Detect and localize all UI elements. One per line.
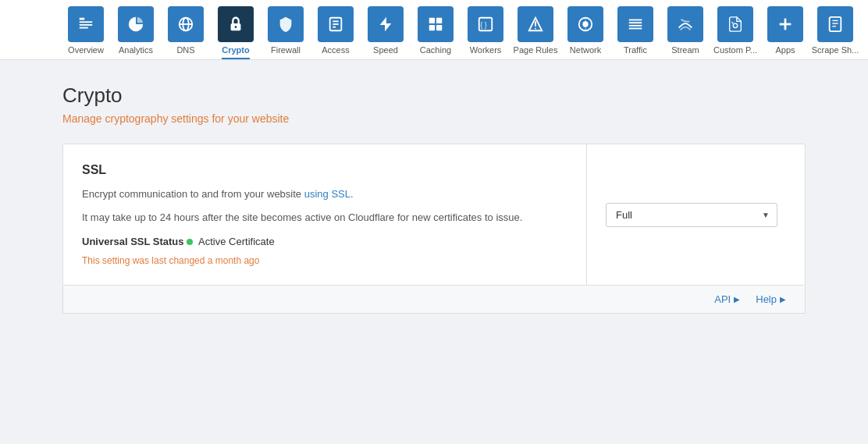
nav-item-stream[interactable]: Stream bbox=[662, 6, 709, 59]
nav-label-workers: Workers bbox=[470, 45, 502, 59]
page-subtitle: Manage cryptography settings for your we… bbox=[62, 112, 806, 125]
nav-label-dns: DNS bbox=[176, 45, 194, 59]
ssl-desc-text: Encrypt communication to and from your w… bbox=[82, 188, 304, 200]
nav-label-speed: Speed bbox=[373, 45, 398, 59]
svg-point-8 bbox=[235, 26, 237, 28]
svg-marker-13 bbox=[380, 17, 392, 31]
scrapeshield-icon bbox=[817, 6, 853, 42]
ssl-card: SSL Encrypt communication to and from yo… bbox=[62, 144, 806, 286]
ssl-title: SSL bbox=[82, 163, 567, 177]
nav-item-overview[interactable]: Overview bbox=[62, 6, 109, 59]
ssl-status-text: Active Certificate bbox=[198, 236, 275, 247]
nav-label-scrapeshield: Scrape Sh... bbox=[812, 45, 859, 59]
traffic-icon bbox=[617, 6, 653, 42]
api-link[interactable]: API ▶ bbox=[714, 293, 740, 305]
nav-item-caching[interactable]: Caching bbox=[412, 6, 459, 59]
svg-rect-0 bbox=[80, 18, 84, 20]
nav-label-apps: Apps bbox=[775, 45, 795, 59]
ssl-description: Encrypt communication to and from your w… bbox=[82, 186, 567, 202]
nav-item-traffic[interactable]: Traffic bbox=[612, 6, 659, 59]
nav-label-overview: Overview bbox=[68, 45, 104, 59]
svg-point-22 bbox=[535, 28, 536, 30]
ssl-mode-select[interactable]: Off Flexible Full Full (strict) bbox=[606, 203, 777, 227]
svg-rect-16 bbox=[429, 25, 435, 30]
ssl-link[interactable]: using SSL bbox=[304, 188, 350, 200]
crypto-icon bbox=[218, 6, 254, 42]
ssl-card-footer: API ▶ Help ▶ bbox=[62, 286, 806, 314]
firewall-icon bbox=[268, 6, 304, 42]
svg-rect-3 bbox=[80, 27, 88, 29]
top-navigation: Overview Analytics DNS Crypto Firewall bbox=[0, 0, 868, 60]
custompages-icon bbox=[717, 6, 753, 42]
svg-rect-14 bbox=[429, 18, 435, 23]
ssl-status-dot bbox=[187, 239, 193, 245]
nav-item-custompages[interactable]: Custom P... bbox=[712, 6, 759, 59]
speed-icon bbox=[368, 6, 404, 42]
analytics-icon bbox=[118, 6, 154, 42]
nav-label-crypto: Crypto bbox=[222, 45, 249, 59]
apps-icon bbox=[767, 6, 803, 42]
nav-item-crypto[interactable]: Crypto bbox=[212, 6, 259, 59]
api-label: API bbox=[714, 293, 731, 305]
access-icon bbox=[318, 6, 354, 42]
overview-icon bbox=[68, 6, 104, 42]
nav-item-analytics[interactable]: Analytics bbox=[112, 6, 159, 59]
nav-label-traffic: Traffic bbox=[624, 45, 647, 59]
help-label: Help bbox=[756, 293, 777, 305]
help-link[interactable]: Help ▶ bbox=[756, 293, 786, 305]
page-title: Crypto bbox=[62, 83, 806, 108]
svg-rect-17 bbox=[436, 25, 442, 30]
ssl-notice: It may take up to 24 hours after the sit… bbox=[82, 210, 567, 226]
nav-item-firewall[interactable]: Firewall bbox=[262, 6, 309, 59]
nav-item-pagerules[interactable]: Page Rules bbox=[512, 6, 559, 59]
main-content: Crypto Manage cryptography settings for … bbox=[0, 60, 868, 337]
svg-text:{  }: { } bbox=[481, 22, 487, 29]
nav-item-access[interactable]: Access bbox=[312, 6, 359, 59]
nav-label-custompages: Custom P... bbox=[713, 45, 757, 59]
svg-rect-1 bbox=[80, 21, 93, 23]
ssl-card-body: SSL Encrypt communication to and from yo… bbox=[63, 144, 586, 285]
nav-item-scrapeshield[interactable]: Scrape Sh... bbox=[812, 6, 859, 59]
svg-rect-2 bbox=[80, 24, 93, 26]
help-arrow-icon: ▶ bbox=[780, 295, 786, 304]
nav-item-apps[interactable]: Apps bbox=[762, 6, 809, 59]
nav-icon-row: Overview Analytics DNS Crypto Firewall bbox=[62, 6, 806, 59]
nav-item-dns[interactable]: DNS bbox=[162, 6, 209, 59]
workers-icon: { } bbox=[468, 6, 503, 42]
ssl-card-wrapper: SSL Encrypt communication to and from yo… bbox=[62, 144, 806, 314]
ssl-card-side: Off Flexible Full Full (strict) ▼ bbox=[586, 144, 805, 285]
svg-rect-15 bbox=[436, 18, 442, 23]
caching-icon bbox=[418, 6, 454, 42]
ssl-status-label: Universal SSL Status bbox=[82, 236, 184, 247]
ssl-status-row: Universal SSL Status Active Certificate bbox=[82, 236, 567, 247]
ssl-last-changed: This setting was last changed a month ag… bbox=[82, 255, 567, 266]
ssl-select-wrapper: Off Flexible Full Full (strict) ▼ bbox=[606, 203, 777, 227]
dns-icon bbox=[168, 6, 204, 42]
nav-label-pagerules: Page Rules bbox=[514, 45, 558, 59]
nav-item-speed[interactable]: Speed bbox=[362, 6, 409, 59]
nav-label-caching: Caching bbox=[420, 45, 451, 59]
nav-label-analytics: Analytics bbox=[119, 45, 153, 59]
svg-rect-34 bbox=[830, 17, 841, 31]
nav-label-firewall: Firewall bbox=[271, 45, 301, 59]
pagerules-icon bbox=[518, 6, 553, 42]
nav-item-network[interactable]: Network bbox=[562, 6, 609, 59]
nav-label-network: Network bbox=[570, 45, 601, 59]
stream-icon bbox=[667, 6, 703, 42]
network-icon bbox=[567, 6, 603, 42]
nav-item-workers[interactable]: { } Workers bbox=[462, 6, 509, 59]
nav-label-access: Access bbox=[322, 45, 349, 59]
nav-label-stream: Stream bbox=[671, 45, 699, 59]
ssl-desc-period: . bbox=[350, 188, 354, 200]
svg-point-30 bbox=[733, 23, 738, 28]
svg-line-31 bbox=[731, 22, 733, 23]
api-arrow-icon: ▶ bbox=[734, 295, 740, 304]
